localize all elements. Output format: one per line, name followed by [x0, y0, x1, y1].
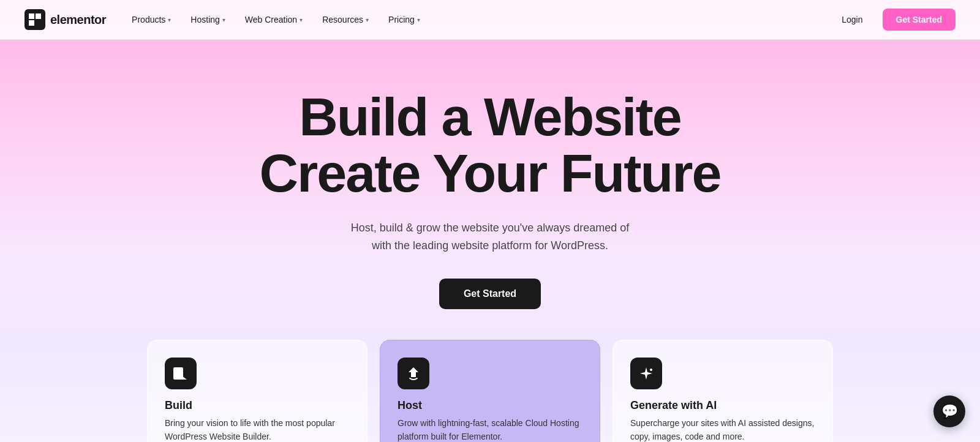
hero-title: Build a Website Create Your Future: [239, 89, 741, 202]
chat-bubble-button[interactable]: 💬: [933, 395, 965, 427]
hero-cta-button[interactable]: Get Started: [439, 279, 541, 309]
nav-get-started-button[interactable]: Get Started: [883, 9, 956, 31]
chevron-down-icon: ▾: [300, 17, 303, 23]
host-card-title: Host: [398, 399, 582, 412]
svg-marker-4: [182, 376, 187, 380]
navbar: elementor Products ▾ Hosting ▾ Web Creat…: [0, 0, 980, 40]
ai-card-description: Supercharge your sites with AI assisted …: [630, 417, 815, 442]
hero-section: Build a Website Create Your Future Host,…: [0, 0, 980, 442]
chevron-down-icon: ▾: [222, 17, 225, 23]
logo-icon: [24, 9, 45, 30]
nav-item-web-creation[interactable]: Web Creation ▾: [236, 10, 311, 29]
build-card-icon: [165, 358, 197, 389]
login-button[interactable]: Login: [832, 10, 872, 29]
hero-subtitle: Host, build & grow the website you've al…: [239, 219, 741, 255]
chat-icon: 💬: [941, 403, 958, 419]
svg-point-5: [650, 369, 652, 371]
logo-text: elementor: [50, 13, 106, 27]
hero-content: Build a Website Create Your Future Host,…: [214, 40, 766, 340]
nav-item-resources[interactable]: Resources ▾: [314, 10, 377, 29]
build-card-title: Build: [165, 399, 350, 412]
svg-rect-0: [29, 13, 34, 19]
nav-item-pricing[interactable]: Pricing ▾: [380, 10, 429, 29]
nav-items: Products ▾ Hosting ▾ Web Creation ▾ Reso…: [123, 10, 429, 29]
build-card[interactable]: Build Bring your vision to life with the…: [147, 340, 368, 442]
ai-card-title: Generate with AI: [630, 399, 815, 412]
chevron-down-icon: ▾: [417, 17, 420, 23]
svg-rect-1: [36, 13, 41, 19]
host-card-description: Grow with lightning-fast, scalable Cloud…: [398, 417, 582, 442]
chevron-down-icon: ▾: [168, 17, 171, 23]
svg-rect-2: [29, 20, 34, 26]
feature-cards: Build Bring your vision to life with the…: [123, 340, 858, 442]
build-card-description: Bring your vision to life with the most …: [165, 417, 350, 442]
host-card[interactable]: Host Grow with lightning-fast, scalable …: [380, 340, 600, 442]
host-card-icon: [398, 358, 429, 389]
nav-item-hosting[interactable]: Hosting ▾: [182, 10, 233, 29]
ai-card-icon: [630, 358, 662, 389]
svg-rect-3: [173, 367, 183, 380]
chevron-down-icon: ▾: [366, 17, 369, 23]
logo[interactable]: elementor: [24, 9, 106, 30]
nav-item-products[interactable]: Products ▾: [123, 10, 179, 29]
nav-right: Login Get Started: [832, 9, 956, 31]
nav-left: elementor Products ▾ Hosting ▾ Web Creat…: [24, 9, 429, 30]
ai-card[interactable]: Generate with AI Supercharge your sites …: [612, 340, 833, 442]
